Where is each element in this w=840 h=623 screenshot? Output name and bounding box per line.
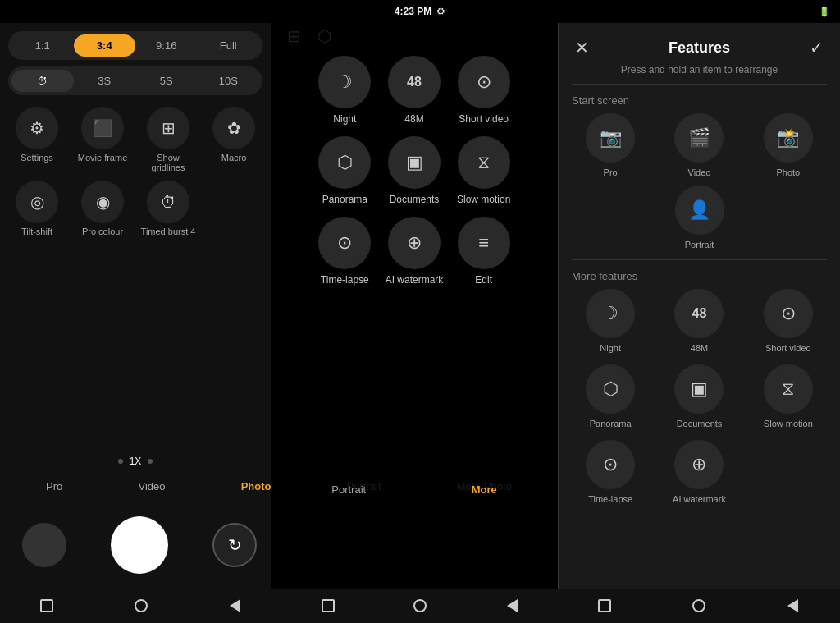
mode-grid: ☽ Night 48 48M ⊙ Short video ⬡ Panorama …: [299, 56, 529, 286]
back-icon: [230, 599, 240, 612]
panorama-label: Panorama: [322, 194, 368, 205]
nav-stop-right[interactable]: [596, 597, 614, 615]
features-ai-watermark[interactable]: ⊕ AI watermark: [660, 440, 737, 504]
ai-watermark-label: AI watermark: [386, 274, 444, 286]
gridlines-icon: ⊞: [147, 107, 189, 149]
timer-3s[interactable]: 3S: [74, 70, 136, 92]
features-panorama-label: Panorama: [590, 419, 632, 428]
nav-stop-mid[interactable]: [319, 597, 337, 615]
timer-off[interactable]: ⏱: [11, 70, 74, 92]
feature-pro-colour[interactable]: ◉ Pro colour: [74, 181, 131, 236]
start-screen-grid: 📷 Pro 🎬 Video 📸 Photo: [559, 113, 840, 177]
feature-tilt-shift-label: Tilt-shift: [21, 227, 52, 236]
ai-watermark-icon: ⊕: [388, 217, 441, 269]
start-screen-title: Start screen: [559, 85, 840, 113]
feature-timed-burst[interactable]: ⏱ Timed burst 4: [139, 181, 197, 236]
features-pro[interactable]: 📷 Pro: [572, 113, 649, 177]
mode-documents[interactable]: ▣ Documents: [386, 136, 444, 205]
ratio-1-1[interactable]: 1:1: [11, 34, 74, 57]
mode-ai-watermark[interactable]: ⊕ AI watermark: [386, 217, 444, 286]
features-video-label: Video: [688, 167, 711, 177]
features-photo[interactable]: 📸 Photo: [750, 113, 827, 177]
features-portrait-icon: 👤: [675, 186, 724, 235]
stop-icon: [40, 599, 53, 612]
timer-row: ⏱ 3S 5S 10S: [8, 66, 262, 95]
feature-macro[interactable]: ✿ Macro: [205, 107, 262, 172]
mode-video[interactable]: Video: [133, 477, 170, 496]
features-short-video-label: Short video: [765, 343, 811, 353]
features-slow-motion[interactable]: ⧖ Slow motion: [750, 364, 827, 428]
night-label: Night: [333, 113, 356, 125]
night-icon: ☽: [318, 56, 371, 108]
ratio-3-4[interactable]: 3:4: [74, 34, 136, 57]
left-panel: 1:1 3:4 9:16 Full ⏱ 3S 5S 10S ⚙ Settings…: [0, 23, 271, 623]
ratio-full[interactable]: Full: [198, 34, 260, 57]
feature-tilt-shift[interactable]: ◎ Tilt-shift: [8, 181, 66, 236]
features-timelapse-label: Time-lapse: [588, 494, 632, 504]
features-video[interactable]: 🎬 Video: [660, 113, 737, 177]
shutter-button[interactable]: [111, 516, 168, 574]
feature-settings[interactable]: ⚙ Settings: [8, 107, 66, 172]
ratio-9-16[interactable]: 9:16: [135, 34, 198, 57]
mode-48m[interactable]: 48 48M: [386, 56, 444, 125]
secondary-mode-bar: Portrait More: [271, 483, 558, 496]
timer-5s[interactable]: 5S: [135, 70, 198, 92]
feature-gridlines-label: Show gridlines: [139, 153, 197, 172]
mode-edit[interactable]: ≡ Edit: [454, 217, 513, 286]
features-title: Features: [592, 39, 806, 57]
bottom-nav-right: [558, 589, 840, 623]
nav-back-left[interactable]: [226, 597, 244, 615]
bottom-nav-left: [0, 589, 282, 623]
nav-back-mid[interactable]: [503, 597, 521, 615]
nav-circle-left[interactable]: [132, 597, 150, 615]
nav-circle-mid[interactable]: [411, 597, 429, 615]
more-features-title: More features: [559, 260, 840, 289]
camera-controls: ↻: [0, 516, 279, 574]
documents-icon: ▣: [388, 136, 441, 189]
features-timelapse[interactable]: ⊙ Time-lapse: [572, 440, 649, 504]
mode-night[interactable]: ☽ Night: [316, 56, 374, 125]
48m-label: 48M: [404, 113, 423, 125]
secondary-portrait[interactable]: Portrait: [331, 483, 366, 496]
timelapse-icon: ⊙: [318, 217, 371, 269]
mode-slow-motion[interactable]: ⧖ Slow motion: [454, 136, 513, 205]
mode-panorama[interactable]: ⬡ Panorama: [316, 136, 374, 205]
thumbnail-button[interactable]: [22, 523, 66, 567]
middle-panel: MOBILEARENA ☽ Night 48 48M ⊙ Short video…: [271, 23, 558, 623]
documents-label: Documents: [390, 194, 440, 205]
edit-icon: ≡: [458, 217, 510, 269]
features-ai-watermark-icon: ⊕: [674, 440, 724, 489]
features-night-icon: ☽: [586, 289, 635, 338]
nav-stop-left[interactable]: [38, 597, 56, 615]
feature-movie-frame-label: Movie frame: [78, 153, 128, 163]
nav-circle-right[interactable]: [690, 597, 708, 615]
features-portrait[interactable]: 👤 Portrait: [675, 186, 724, 250]
confirm-button[interactable]: ✓: [806, 34, 827, 61]
features-short-video[interactable]: ⊙ Short video: [750, 289, 827, 353]
features-short-video-icon: ⊙: [764, 289, 813, 338]
mode-pro[interactable]: Pro: [41, 477, 67, 496]
settings-icon: ⚙: [436, 6, 445, 17]
zoom-dot-left: [118, 459, 123, 464]
feature-movie-frame[interactable]: ⬛ Movie frame: [74, 107, 131, 172]
secondary-more[interactable]: More: [472, 483, 497, 496]
features-panorama[interactable]: ⬡ Panorama: [572, 364, 649, 428]
features-photo-label: Photo: [776, 167, 800, 177]
features-night[interactable]: ☽ Night: [572, 289, 649, 353]
zoom-value[interactable]: 1X: [130, 456, 142, 467]
timer-10s[interactable]: 10S: [198, 70, 260, 92]
features-subtitle: Press and hold an item to rearrange: [559, 64, 840, 84]
mode-timelapse[interactable]: ⊙ Time-lapse: [316, 217, 374, 286]
nav-back-right[interactable]: [784, 597, 802, 615]
flip-camera-button[interactable]: ↻: [212, 523, 257, 567]
features-48m[interactable]: 48 48M: [660, 289, 737, 353]
features-documents-label: Documents: [677, 419, 723, 428]
features-night-label: Night: [600, 343, 621, 353]
features-documents[interactable]: ▣ Documents: [660, 364, 737, 428]
close-button[interactable]: ✕: [572, 34, 592, 61]
circle-icon-mid: [413, 599, 427, 612]
pro-colour-icon: ◉: [81, 181, 124, 223]
back-icon-right: [788, 599, 798, 612]
feature-gridlines[interactable]: ⊞ Show gridlines: [139, 107, 197, 172]
mode-short-video[interactable]: ⊙ Short video: [454, 56, 513, 125]
